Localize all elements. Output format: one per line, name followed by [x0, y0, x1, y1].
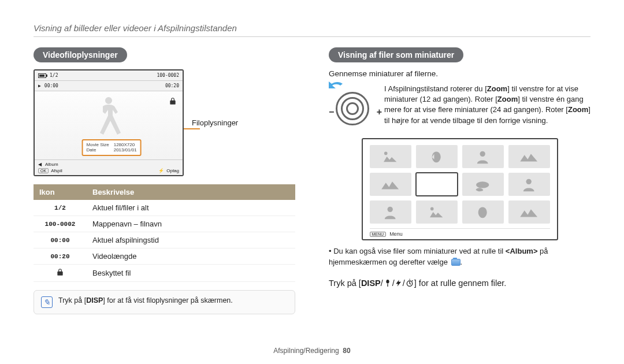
plus-icon: +	[377, 107, 382, 117]
svg-point-2	[476, 181, 489, 188]
album-bullet: • Du kan også vise filer som miniaturer …	[329, 246, 590, 268]
svg-point-0	[384, 152, 388, 155]
svg-point-3	[526, 179, 532, 184]
info-icon: ✎	[41, 296, 53, 308]
thumbnail	[462, 200, 504, 224]
back-icon: ◀	[38, 162, 42, 167]
thumbnail	[416, 200, 458, 224]
thumbnail	[462, 173, 504, 196]
play-label: Afspil	[51, 168, 62, 173]
file-info-callout-label: Filoplysninger	[192, 118, 238, 127]
table-row: 00:20Videolængde	[34, 248, 295, 265]
page-title: Visning af billeder eller videoer i Afsp…	[34, 23, 590, 33]
thumbnail	[370, 145, 411, 168]
zoom-instructions: I Afspilningstilstand roterer du [Zoom] …	[384, 84, 590, 126]
right-column: Visning af filer som miniaturer Gennemse…	[329, 47, 590, 314]
record-label: Optag	[166, 168, 179, 173]
album-label: Album	[45, 162, 58, 167]
menu-chip: MENU	[370, 232, 387, 237]
th-desc: Beskrivelse	[87, 184, 295, 200]
dancer-silhouette-icon	[91, 96, 126, 143]
timer-icon	[405, 278, 414, 288]
file-info-overlay: Movie Size1280X720 Date2013/01/01	[82, 139, 142, 156]
battery-icon	[38, 73, 46, 78]
lock-icon	[56, 268, 64, 276]
thumbnail	[370, 173, 411, 196]
lock-icon	[169, 97, 177, 105]
dial-icon	[336, 92, 369, 125]
thumbnail	[508, 145, 550, 168]
thumbnail-grid-screenshot: MENU Menu	[362, 138, 558, 240]
table-row: 100-0002Mappenavn – filnavn	[34, 216, 295, 232]
ok-chip: OK	[38, 168, 49, 173]
thumbnail	[462, 145, 504, 168]
icon-description-table: Ikon Beskrivelse 1/2Aktuel fil/filer i a…	[34, 184, 295, 282]
flash-icon: ⚡	[158, 168, 164, 173]
svg-point-4	[388, 207, 393, 212]
table-row: 00:00Aktuel afspilningstid	[34, 232, 295, 248]
tip-text: Tryk på [DISP] for at få vist filoplysni…	[58, 296, 233, 308]
minus-icon: −	[329, 107, 334, 117]
thumbnail-selected	[416, 173, 458, 196]
thumbnail	[416, 145, 458, 168]
svg-point-5	[430, 207, 434, 211]
thumbnail-subtext: Gennemse miniaturer af filerne.	[329, 69, 590, 78]
section-heading-thumbnails: Visning af filer som miniaturer	[329, 47, 463, 62]
elapsed-time: 00:00	[44, 83, 58, 88]
callout-line	[184, 128, 200, 129]
zoom-dial-illustration: − +	[329, 84, 376, 131]
page-footer: Afspilning/Redigering 80	[0, 347, 624, 355]
table-row: Beskyttet fil	[34, 265, 295, 282]
menu-label: Menu	[389, 231, 403, 237]
play-icon: ▶	[38, 83, 41, 88]
thumbnail	[508, 173, 550, 196]
folder-file: 100-0002	[157, 73, 179, 78]
video-player-screenshot: 1/2 100-0002 ▶ 00:00 00:20 Movie Size128…	[34, 69, 184, 176]
th-icon: Ikon	[34, 184, 87, 200]
tip-note: ✎ Tryk på [DISP] for at få vist filoplys…	[34, 290, 295, 314]
scroll-instruction: Tryk på [DISP///] for at rulle gennem fi…	[329, 278, 590, 288]
divider	[34, 36, 590, 37]
left-column: Videofiloplysninger 1/2 100-0002 ▶ 00:00…	[34, 47, 295, 314]
lock-icon-cell	[34, 265, 87, 282]
thumbnail	[370, 200, 411, 224]
file-counter: 1/2	[50, 73, 58, 78]
duration: 00:20	[165, 83, 179, 88]
thumbnail	[508, 200, 550, 224]
svg-point-1	[480, 151, 485, 157]
section-heading-video-info: Videofiloplysninger	[34, 47, 127, 62]
flash-icon	[395, 278, 403, 288]
macro-icon	[383, 278, 392, 288]
album-folder-icon	[451, 259, 460, 266]
table-row: 1/2Aktuel fil/filer i alt	[34, 200, 295, 216]
